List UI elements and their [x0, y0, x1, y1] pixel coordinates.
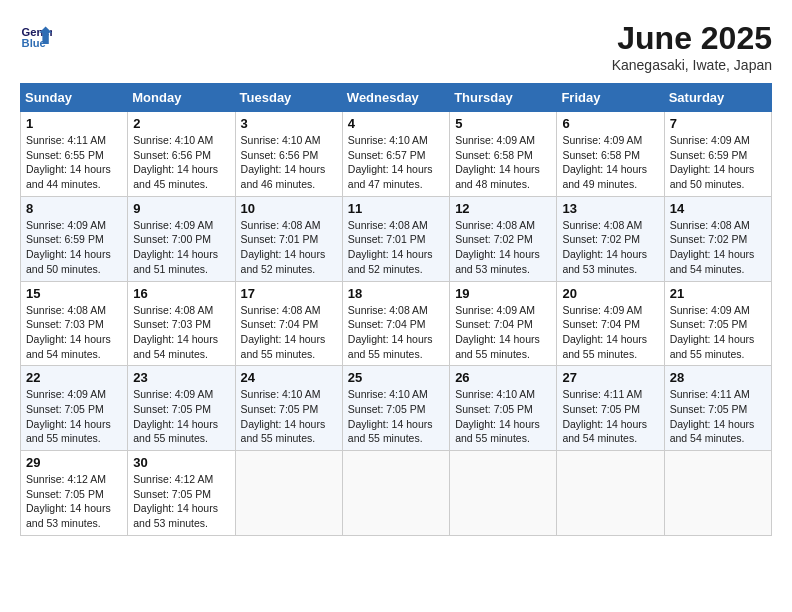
calendar-cell: 30 Sunrise: 4:12 AMSunset: 7:05 PMDaylig…	[128, 451, 235, 536]
day-info: Sunrise: 4:08 AMSunset: 7:02 PMDaylight:…	[670, 219, 755, 275]
calendar-cell: 23 Sunrise: 4:09 AMSunset: 7:05 PMDaylig…	[128, 366, 235, 451]
calendar-cell: 12 Sunrise: 4:08 AMSunset: 7:02 PMDaylig…	[450, 196, 557, 281]
calendar-cell: 14 Sunrise: 4:08 AMSunset: 7:02 PMDaylig…	[664, 196, 771, 281]
day-info: Sunrise: 4:08 AMSunset: 7:01 PMDaylight:…	[348, 219, 433, 275]
day-number: 6	[562, 116, 658, 131]
calendar-cell: 16 Sunrise: 4:08 AMSunset: 7:03 PMDaylig…	[128, 281, 235, 366]
day-info: Sunrise: 4:10 AMSunset: 7:05 PMDaylight:…	[348, 388, 433, 444]
calendar-cell: 15 Sunrise: 4:08 AMSunset: 7:03 PMDaylig…	[21, 281, 128, 366]
day-number: 24	[241, 370, 337, 385]
day-number: 28	[670, 370, 766, 385]
calendar-cell: 26 Sunrise: 4:10 AMSunset: 7:05 PMDaylig…	[450, 366, 557, 451]
day-number: 23	[133, 370, 229, 385]
day-info: Sunrise: 4:09 AMSunset: 6:59 PMDaylight:…	[670, 134, 755, 190]
day-info: Sunrise: 4:12 AMSunset: 7:05 PMDaylight:…	[26, 473, 111, 529]
day-info: Sunrise: 4:09 AMSunset: 6:58 PMDaylight:…	[455, 134, 540, 190]
calendar-cell: 20 Sunrise: 4:09 AMSunset: 7:04 PMDaylig…	[557, 281, 664, 366]
day-info: Sunrise: 4:10 AMSunset: 7:05 PMDaylight:…	[455, 388, 540, 444]
page-header: General Blue June 2025 Kanegasaki, Iwate…	[20, 20, 772, 73]
day-number: 9	[133, 201, 229, 216]
day-info: Sunrise: 4:11 AMSunset: 7:05 PMDaylight:…	[670, 388, 755, 444]
calendar-cell: 22 Sunrise: 4:09 AMSunset: 7:05 PMDaylig…	[21, 366, 128, 451]
calendar-cell: 10 Sunrise: 4:08 AMSunset: 7:01 PMDaylig…	[235, 196, 342, 281]
day-number: 25	[348, 370, 444, 385]
day-info: Sunrise: 4:09 AMSunset: 7:05 PMDaylight:…	[133, 388, 218, 444]
day-number: 1	[26, 116, 122, 131]
day-number: 15	[26, 286, 122, 301]
day-info: Sunrise: 4:08 AMSunset: 7:01 PMDaylight:…	[241, 219, 326, 275]
calendar-cell	[664, 451, 771, 536]
day-number: 2	[133, 116, 229, 131]
calendar-cell: 21 Sunrise: 4:09 AMSunset: 7:05 PMDaylig…	[664, 281, 771, 366]
day-info: Sunrise: 4:12 AMSunset: 7:05 PMDaylight:…	[133, 473, 218, 529]
calendar-cell: 1 Sunrise: 4:11 AMSunset: 6:55 PMDayligh…	[21, 112, 128, 197]
logo: General Blue	[20, 20, 52, 52]
calendar-cell	[557, 451, 664, 536]
calendar-cell: 8 Sunrise: 4:09 AMSunset: 6:59 PMDayligh…	[21, 196, 128, 281]
day-info: Sunrise: 4:10 AMSunset: 7:05 PMDaylight:…	[241, 388, 326, 444]
day-info: Sunrise: 4:08 AMSunset: 7:03 PMDaylight:…	[133, 304, 218, 360]
calendar-table: Sunday Monday Tuesday Wednesday Thursday…	[20, 83, 772, 536]
day-number: 5	[455, 116, 551, 131]
day-number: 22	[26, 370, 122, 385]
day-number: 7	[670, 116, 766, 131]
day-info: Sunrise: 4:08 AMSunset: 7:02 PMDaylight:…	[455, 219, 540, 275]
day-info: Sunrise: 4:09 AMSunset: 7:04 PMDaylight:…	[455, 304, 540, 360]
day-info: Sunrise: 4:09 AMSunset: 7:04 PMDaylight:…	[562, 304, 647, 360]
day-number: 30	[133, 455, 229, 470]
weekday-header-row: Sunday Monday Tuesday Wednesday Thursday…	[21, 84, 772, 112]
day-info: Sunrise: 4:09 AMSunset: 6:58 PMDaylight:…	[562, 134, 647, 190]
day-info: Sunrise: 4:09 AMSunset: 7:05 PMDaylight:…	[26, 388, 111, 444]
day-info: Sunrise: 4:08 AMSunset: 7:03 PMDaylight:…	[26, 304, 111, 360]
day-number: 16	[133, 286, 229, 301]
day-info: Sunrise: 4:09 AMSunset: 6:59 PMDaylight:…	[26, 219, 111, 275]
calendar-cell: 6 Sunrise: 4:09 AMSunset: 6:58 PMDayligh…	[557, 112, 664, 197]
calendar-cell: 2 Sunrise: 4:10 AMSunset: 6:56 PMDayligh…	[128, 112, 235, 197]
calendar-cell	[235, 451, 342, 536]
calendar-cell: 4 Sunrise: 4:10 AMSunset: 6:57 PMDayligh…	[342, 112, 449, 197]
day-number: 17	[241, 286, 337, 301]
calendar-cell: 9 Sunrise: 4:09 AMSunset: 7:00 PMDayligh…	[128, 196, 235, 281]
calendar-cell: 19 Sunrise: 4:09 AMSunset: 7:04 PMDaylig…	[450, 281, 557, 366]
header-wednesday: Wednesday	[342, 84, 449, 112]
day-number: 4	[348, 116, 444, 131]
calendar-cell: 18 Sunrise: 4:08 AMSunset: 7:04 PMDaylig…	[342, 281, 449, 366]
svg-text:Blue: Blue	[22, 37, 46, 49]
location: Kanegasaki, Iwate, Japan	[612, 57, 772, 73]
header-monday: Monday	[128, 84, 235, 112]
day-number: 8	[26, 201, 122, 216]
day-number: 10	[241, 201, 337, 216]
calendar-cell: 27 Sunrise: 4:11 AMSunset: 7:05 PMDaylig…	[557, 366, 664, 451]
day-number: 27	[562, 370, 658, 385]
day-info: Sunrise: 4:08 AMSunset: 7:04 PMDaylight:…	[241, 304, 326, 360]
header-tuesday: Tuesday	[235, 84, 342, 112]
calendar-cell: 11 Sunrise: 4:08 AMSunset: 7:01 PMDaylig…	[342, 196, 449, 281]
day-number: 3	[241, 116, 337, 131]
day-info: Sunrise: 4:09 AMSunset: 7:00 PMDaylight:…	[133, 219, 218, 275]
header-friday: Friday	[557, 84, 664, 112]
day-number: 21	[670, 286, 766, 301]
day-info: Sunrise: 4:10 AMSunset: 6:56 PMDaylight:…	[241, 134, 326, 190]
calendar-cell: 7 Sunrise: 4:09 AMSunset: 6:59 PMDayligh…	[664, 112, 771, 197]
day-info: Sunrise: 4:09 AMSunset: 7:05 PMDaylight:…	[670, 304, 755, 360]
calendar-cell: 29 Sunrise: 4:12 AMSunset: 7:05 PMDaylig…	[21, 451, 128, 536]
calendar-cell: 17 Sunrise: 4:08 AMSunset: 7:04 PMDaylig…	[235, 281, 342, 366]
day-info: Sunrise: 4:08 AMSunset: 7:04 PMDaylight:…	[348, 304, 433, 360]
header-sunday: Sunday	[21, 84, 128, 112]
calendar-cell: 25 Sunrise: 4:10 AMSunset: 7:05 PMDaylig…	[342, 366, 449, 451]
calendar-cell: 13 Sunrise: 4:08 AMSunset: 7:02 PMDaylig…	[557, 196, 664, 281]
header-saturday: Saturday	[664, 84, 771, 112]
day-number: 19	[455, 286, 551, 301]
day-info: Sunrise: 4:10 AMSunset: 6:56 PMDaylight:…	[133, 134, 218, 190]
day-number: 26	[455, 370, 551, 385]
day-number: 14	[670, 201, 766, 216]
day-number: 11	[348, 201, 444, 216]
day-info: Sunrise: 4:08 AMSunset: 7:02 PMDaylight:…	[562, 219, 647, 275]
month-title: June 2025	[612, 20, 772, 57]
day-number: 18	[348, 286, 444, 301]
calendar-cell: 24 Sunrise: 4:10 AMSunset: 7:05 PMDaylig…	[235, 366, 342, 451]
day-info: Sunrise: 4:11 AMSunset: 7:05 PMDaylight:…	[562, 388, 647, 444]
day-number: 13	[562, 201, 658, 216]
calendar-cell: 28 Sunrise: 4:11 AMSunset: 7:05 PMDaylig…	[664, 366, 771, 451]
day-number: 20	[562, 286, 658, 301]
